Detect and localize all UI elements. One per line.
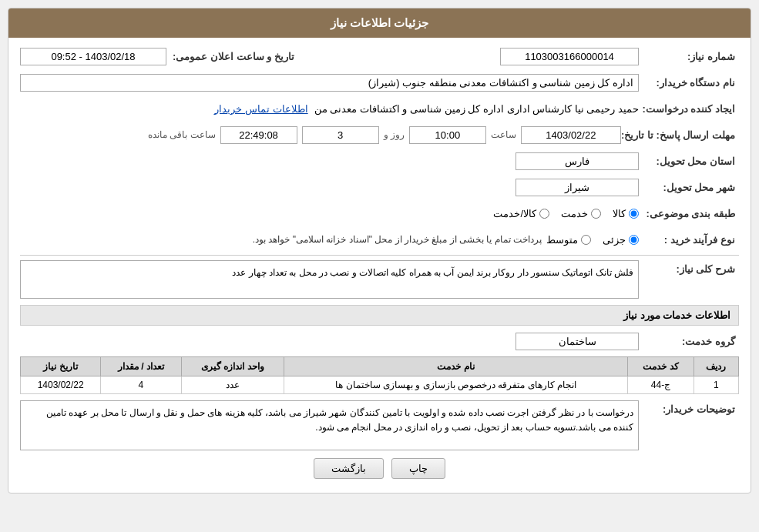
tabaqe-option-kala-khedmat[interactable]: کالا/خدمت [493,208,549,219]
ijad-konande-row: ایجاد کننده درخواست: حمید رحیمی نیا کارش… [20,98,739,119]
page-wrapper: جزئیات اطلاعات نیاز شماره نیاز: 11030031… [0,0,759,532]
nave-farayand-radio-jozi[interactable] [629,235,639,245]
table-cell: عدد [181,376,284,394]
tabaqe-label: طبقه بندی موضوعی: [639,208,739,219]
ostan-value-col: فارس [20,152,639,170]
tawzih-value-col: درخواست با در نظر گرفتن اجرت نصب داده شد… [20,400,639,450]
shomare-niaz-label: شماره نیاز: [639,51,739,62]
tabaqe-radio-khedmat[interactable] [591,209,601,219]
divider-1 [20,255,739,256]
shomare-niaz-row: شماره نیاز: 1103003166000014 تاریخ و ساع… [20,45,739,67]
table-cell: 4 [101,376,181,394]
col-kod-khedmat: کد خدمت [628,357,694,376]
mohlat-baqi-value: 22:49:08 [220,126,297,144]
col-radif: ردیف [694,357,738,376]
nam-dastgah-value: اداره کل زمین شناسی و اکتشافات معدنی منط… [20,74,639,92]
tabaqe-row: طبقه بندی موضوعی: کالا خدمت کالا/خدمت [20,202,739,224]
table-cell: انجام کارهای متفرقه درخصوص بازسازی و بهس… [284,376,628,394]
mohlat-saat-value: 10:00 [409,126,486,144]
nave-farayand-radio-motosat[interactable] [581,235,591,245]
ijad-konande-link[interactable]: اطلاعات تماس خریدار [214,103,307,115]
mohlat-value-col: 1403/02/22 ساعت 10:00 روز و 3 22:49:08 س… [20,126,621,144]
shomare-niaz-value-col: 1103003166000014 تاریخ و ساعت اعلان عموم… [20,48,639,65]
shahr-label: شهر محل تحویل: [639,182,739,193]
tabaqe-radio-kala-khedmat[interactable] [539,209,549,219]
shahr-value-col: شیراز [20,179,639,196]
nave-farayand-label-motosat: متوسط [546,234,578,246]
tabaqe-label-khedmat: خدمت [561,208,588,219]
tabaqe-radio-kala[interactable] [629,209,639,219]
ostan-row: استان محل تحویل: فارس [20,150,739,172]
col-nam-khedmat: نام خدمت [284,357,628,376]
khadamat-table: ردیف کد خدمت نام خدمت واحد اندازه گیری ت… [20,356,739,394]
sharh-value: فلش تانک اتوماتیک سنسور دار روکار برند ا… [20,260,639,299]
table-cell: 1 [694,376,738,394]
sharh-row: شرح کلی نیاز: فلش تانک اتوماتیک سنسور دا… [20,260,739,299]
col-tedad: تعداد / مقدار [101,357,181,376]
table-cell: 1403/02/22 [21,376,101,394]
mohlat-roz-label: روز و [384,129,405,140]
khadamat-section-title: اطلاعات خدمات مورد نیاز [20,305,739,326]
grohe-value: ساختمان [516,333,639,350]
table-cell: ج-44 [628,376,694,394]
nave-farayand-option-jozi[interactable]: جزئی [603,234,639,246]
table-header-row: ردیف کد خدمت نام خدمت واحد اندازه گیری ت… [21,357,739,376]
ostan-label: استان محل تحویل: [639,156,739,167]
col-vahed: واحد اندازه گیری [181,357,284,376]
tabaqe-label-kala: کالا [613,208,626,219]
col-tarikh: تاریخ نیاز [21,357,101,376]
tabaqe-value-col: کالا خدمت کالا/خدمت [20,208,639,219]
mohlat-date-value: 1403/02/22 [521,126,621,144]
button-row: چاپ بازگشت [20,458,739,479]
tabaqe-option-khedmat[interactable]: خدمت [561,208,601,219]
mohlat-baqi-label: ساعت باقی مانده [148,129,216,140]
shomare-niaz-value: 1103003166000014 [500,48,639,65]
nam-dastgah-label: نام دستگاه خریدار: [639,77,739,89]
tabaqe-label-kala-khedmat: کالا/خدمت [493,208,536,219]
nave-farayand-value-col: جزئی متوسط پرداخت تمام یا بخشی از مبلغ خ… [20,234,639,246]
nave-farayand-note: پرداخت تمام یا بخشی از مبلغ خریدار از مح… [253,234,542,245]
btn-bazgasht[interactable]: بازگشت [314,458,384,479]
grohe-label: گروه خدمت: [639,336,739,347]
khadamat-table-container: ردیف کد خدمت نام خدمت واحد اندازه گیری ت… [20,356,739,394]
content-area: شماره نیاز: 1103003166000014 تاریخ و ساع… [8,38,751,493]
table-row: 1ج-44انجام کارهای متفرقه درخصوص بازسازی … [21,376,739,394]
ostan-value: فارس [516,152,639,170]
tawzih-row: توضیحات خریدار: درخواست با در نظر گرفتن … [20,400,739,450]
tabaqe-option-kala[interactable]: کالا [613,208,639,219]
ijad-konande-value-col: حمید رحیمی نیا کارشناس اداری اداره کل زم… [20,103,639,115]
table-body: 1ج-44انجام کارهای متفرقه درخصوص بازسازی … [21,376,739,394]
grohe-row: گروه خدمت: ساختمان [20,330,739,352]
tarikh-label: تاریخ و ساعت اعلان عمومی: [166,51,298,62]
nave-farayand-label: نوع فرآیند خرید : [639,234,739,246]
nam-dastgah-row: نام دستگاه خریدار: اداره کل زمین شناسی و… [20,72,739,93]
mohlat-roz-value: 3 [302,126,379,144]
shahr-row: شهر محل تحویل: شیراز [20,176,739,198]
tarikh-value: 1403/02/18 - 09:52 [20,48,166,65]
shahr-value: شیراز [516,179,639,196]
sharh-value-col: فلش تانک اتوماتیک سنسور دار روکار برند ا… [20,260,639,299]
grohe-value-col: ساختمان [20,333,639,350]
mohlat-saat-label: ساعت [491,129,516,140]
nave-farayand-option-motosat[interactable]: متوسط [546,234,591,246]
mohlat-row: مهلت ارسال پاسخ: تا تاریخ: 1403/02/22 سا… [20,124,739,146]
sharh-label: شرح کلی نیاز: [639,260,739,275]
page-title: جزئیات اطلاعات نیاز [8,8,751,38]
nave-farayand-row: نوع فرآیند خرید : جزئی متوسط پرداخت تمام… [20,229,739,250]
ijad-konande-label: ایجاد کننده درخواست: [639,103,739,115]
nave-farayand-label-jozi: جزئی [603,234,626,246]
tawzih-value: درخواست با در نظر گرفتن اجرت نصب داده شد… [20,400,639,450]
mohlat-label: مهلت ارسال پاسخ: تا تاریخ: [621,129,739,141]
ijad-konande-value: حمید رحیمی نیا کارشناس اداری اداره کل زم… [314,103,639,115]
nam-dastgah-value-col: اداره کل زمین شناسی و اکتشافات معدنی منط… [20,74,639,92]
nave-farayand-radio-group: جزئی متوسط [546,234,639,246]
tawzih-label: توضیحات خریدار: [639,400,739,415]
btn-chap[interactable]: چاپ [391,458,445,479]
main-container: جزئیات اطلاعات نیاز شماره نیاز: 11030031… [8,8,751,494]
